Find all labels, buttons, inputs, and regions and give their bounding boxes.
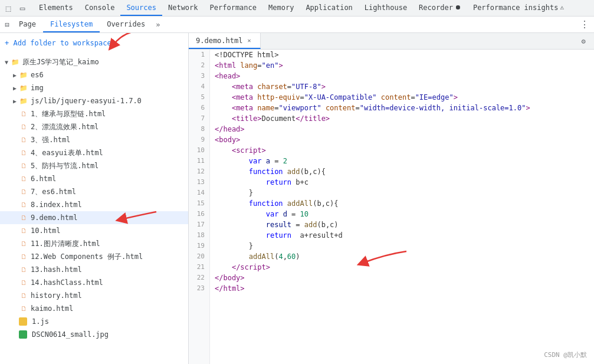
ln-14: 14 — [189, 188, 209, 198]
code-line-16: var d = 10 — [215, 209, 594, 219]
file-12-name: 12.Web Components 例子.html — [31, 252, 143, 262]
file-kaimo[interactable]: ▶ 🗋 kaimo.html — [0, 302, 188, 315]
file-6[interactable]: ▶ 🗋 6.html — [0, 172, 188, 185]
ln-1: 1 — [189, 50, 209, 60]
file-9[interactable]: ▶ 🗋 9.demo.html — [0, 211, 188, 224]
code-line-23: </html> — [215, 283, 594, 294]
ln-2: 2 — [189, 60, 209, 71]
file-img[interactable]: ▶ DSCN0614_small.jpg — [0, 328, 188, 341]
file-5[interactable]: ▶ 🗋 5、防抖与节流.html — [0, 159, 188, 172]
code-line-14: } — [215, 188, 594, 198]
editor-tab-demo[interactable]: 9.demo.html ✕ — [189, 33, 261, 49]
nav-sources[interactable]: Sources — [120, 0, 162, 16]
code-line-9: <body> — [215, 135, 594, 145]
html-icon-3: 🗋 — [19, 135, 28, 145]
ln-5: 5 — [189, 92, 209, 103]
nav-performance[interactable]: Performance — [204, 0, 262, 16]
html-icon-7: 🗋 — [19, 187, 28, 196]
folder-es6[interactable]: ▶ 📁 es6 — [0, 68, 188, 81]
top-icons: ⬚ ▭ — [2, 2, 28, 14]
html-icon-12: 🗋 — [19, 252, 28, 261]
html-icon-16: 🗋 — [19, 304, 28, 313]
jquery-folder-icon: 📁 — [19, 96, 28, 106]
file-8[interactable]: ▶ 🗋 8.index.html — [0, 198, 188, 211]
recorder-icon: ⏺ — [455, 4, 461, 11]
img-arrow: ▶ — [11, 84, 19, 92]
file-10[interactable]: ▶ 🗋 10.html — [0, 224, 188, 237]
html-icon-15: 🗋 — [19, 291, 28, 300]
html-icon-5: 🗋 — [19, 161, 28, 170]
code-line-8: </head> — [215, 124, 594, 135]
top-nav: Elements Console Sources Network Perform… — [33, 0, 570, 16]
file-7[interactable]: ▶ 🗋 7、es6.html — [0, 185, 188, 198]
file-js[interactable]: ▶ 1.js — [0, 315, 188, 328]
ln-9: 9 — [189, 135, 209, 145]
nav-console[interactable]: Console — [79, 0, 121, 16]
file-13[interactable]: ▶ 🗋 13.hash.html — [0, 263, 188, 276]
root-folder[interactable]: ▼ 📁 原生JS学习笔记_kaimo — [0, 55, 188, 68]
ln-6: 6 — [189, 103, 209, 113]
collapse-icon[interactable]: ⊟ — [2, 20, 12, 29]
inspect-icon[interactable]: ⬚ — [2, 2, 14, 14]
nav-elements[interactable]: Elements — [33, 0, 79, 16]
tab-overrides[interactable]: Overrides — [100, 17, 152, 32]
nav-performance-insights[interactable]: Performance insights ⚠ — [467, 0, 570, 16]
nav-recorder[interactable]: Recorder ⏺ — [413, 0, 467, 16]
file-11-name: 11.图片清晰度.html — [31, 239, 100, 249]
img-folder-name: img — [31, 84, 44, 92]
add-folder-row: + Add folder to workspace — [0, 33, 188, 53]
nav-lighthouse[interactable]: Lighthouse — [359, 0, 413, 16]
editor-toolbar-right: ⚙ — [573, 35, 594, 47]
tab-close-button[interactable]: ✕ — [245, 37, 253, 45]
file-1[interactable]: ▶ 🗋 1、继承与原型链.html — [0, 107, 188, 120]
more-tabs-button[interactable]: » — [152, 17, 163, 32]
editor-tabs: 9.demo.html ✕ ⚙ — [189, 33, 594, 50]
ln-13: 13 — [189, 177, 209, 188]
tab-page[interactable]: Page — [12, 17, 43, 32]
code-editor[interactable]: 1 2 3 4 5 6 7 8 9 10 11 12 13 14 15 16 1… — [189, 50, 594, 364]
file-7-name: 7、es6.html — [31, 187, 76, 197]
code-line-2: <html lang="en"> — [215, 60, 594, 71]
file-3[interactable]: ▶ 🗋 3、强.html — [0, 133, 188, 146]
line-numbers: 1 2 3 4 5 6 7 8 9 10 11 12 13 14 15 16 1… — [189, 50, 210, 364]
ln-22: 22 — [189, 273, 209, 283]
nav-application[interactable]: Application — [300, 0, 358, 16]
code-line-6: <meta name="viewport" content="width=dev… — [215, 103, 594, 113]
nav-network[interactable]: Network — [162, 0, 204, 16]
editor-settings-icon[interactable]: ⚙ — [577, 35, 589, 47]
main-content: + Add folder to workspace ▼ 📁 原生JS学习笔记_k… — [0, 33, 594, 364]
file-11[interactable]: ▶ 🗋 11.图片清晰度.html — [0, 237, 188, 250]
folder-jquery[interactable]: ▶ 📁 js/lib/jquery-easyui-1.7.0 — [0, 94, 188, 107]
code-line-10: <script> — [215, 145, 594, 156]
ln-16: 16 — [189, 209, 209, 219]
ln-3: 3 — [189, 71, 209, 81]
html-icon-9: 🗋 — [19, 213, 28, 222]
file-3-name: 3、强.html — [31, 135, 70, 145]
nav-memory[interactable]: Memory — [262, 0, 300, 16]
ln-17: 17 — [189, 219, 209, 230]
folder-icon: 📁 — [11, 57, 20, 67]
more-options-button[interactable]: ⋮ — [577, 18, 592, 32]
file-14[interactable]: ▶ 🗋 14.hashClass.html — [0, 276, 188, 289]
file-img-name: DSCN0614_small.jpg — [32, 330, 109, 339]
file-9-wrapper: ▶ 🗋 9.demo.html — [0, 211, 188, 224]
file-history[interactable]: ▶ 🗋 history.html — [0, 289, 188, 302]
file-2[interactable]: ▶ 🗋 2、漂流流效果.html — [0, 120, 188, 133]
arrow-annotation-1 — [106, 33, 142, 52]
file-tree: ▼ 📁 原生JS学习笔记_kaimo ▶ 📁 es6 ▶ 📁 img — [0, 53, 188, 364]
file-14-name: 14.hashClass.html — [31, 278, 103, 287]
add-folder-button[interactable]: + Add folder to workspace — [0, 37, 188, 52]
file-8-name: 8.index.html — [31, 201, 82, 209]
file-1-name: 1、继承与原型链.html — [31, 109, 106, 119]
file-4[interactable]: ▶ 🗋 4、easyui表单.html — [0, 146, 188, 159]
folder-img[interactable]: ▶ 📁 img — [0, 81, 188, 94]
file-history-name: history.html — [31, 291, 82, 300]
code-line-20-wrapper: addAll(4,60) — [215, 251, 594, 262]
es6-arrow: ▶ — [11, 71, 19, 79]
ln-19: 19 — [189, 241, 209, 251]
code-line-11: var a = 2 — [215, 156, 594, 166]
html-icon-11: 🗋 — [19, 239, 28, 248]
tab-filesystem[interactable]: Filesystem — [43, 17, 100, 32]
file-12[interactable]: ▶ 🗋 12.Web Components 例子.html — [0, 250, 188, 263]
device-icon[interactable]: ▭ — [17, 2, 28, 14]
